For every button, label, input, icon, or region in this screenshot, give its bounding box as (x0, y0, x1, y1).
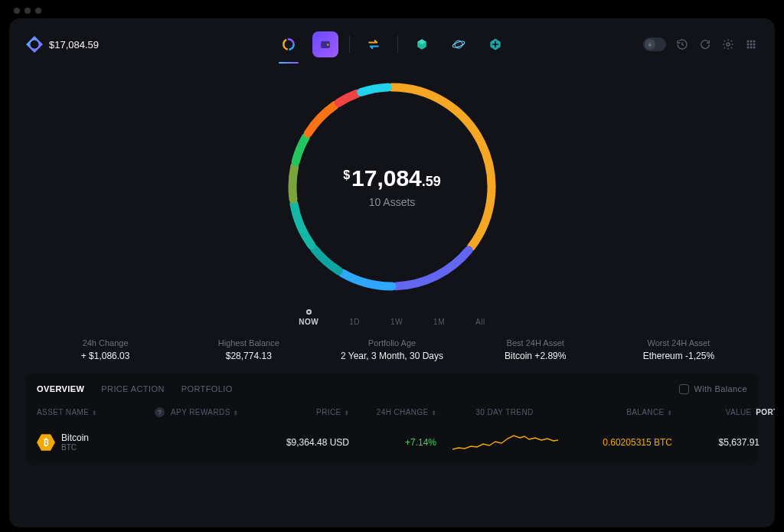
asset-name: Bitcoin (61, 433, 89, 443)
compound-icon (414, 37, 430, 52)
donut-section: $17,084.59 10 Assets NOW1D1W1MAll (26, 72, 758, 326)
time-option-now[interactable]: NOW (299, 309, 318, 326)
brand-block: $17,084.59 (26, 36, 99, 53)
svg-rect-14 (753, 41, 756, 43)
nav-portfolio[interactable] (276, 31, 302, 57)
sparkline-icon (451, 431, 558, 454)
table-tab-overview[interactable]: OVERVIEW (37, 381, 84, 397)
refresh-icon[interactable] (698, 38, 712, 51)
nav-rewards[interactable] (446, 31, 472, 57)
stat-block: 24h Change+ $1,086.03 (34, 338, 177, 361)
traffic-dot (24, 8, 31, 14)
window-traffic-lights (9, 6, 775, 18)
svg-rect-13 (750, 41, 753, 43)
col-30d-trend: 30 DAY TREND (439, 408, 570, 416)
stat-value: Bitcoin +2.89% (464, 351, 607, 361)
col-apy-rewards[interactable]: ?APY REWARDS▲▼ (155, 407, 254, 417)
stat-label: Best 24H Asset (464, 338, 607, 348)
svg-rect-12 (747, 41, 750, 43)
app-window: $17,084.59 (9, 18, 775, 527)
col-balance[interactable]: BALANCE▲▼ (573, 408, 672, 416)
sort-icon: ▲▼ (668, 410, 672, 416)
stat-value: 2 Year, 3 Month, 30 Days (320, 351, 463, 361)
table-row[interactable]: ₿ Bitcoin BTC $9,364.48 USD +7.14% 0.602… (37, 422, 747, 455)
nav-divider (349, 36, 350, 53)
time-option-1m[interactable]: 1M (433, 318, 445, 326)
nav-compound[interactable] (409, 31, 435, 57)
stat-value: $28,774.13 (177, 351, 320, 361)
stat-label: Worst 24H Asset (607, 338, 750, 348)
sort-icon: ▲▼ (92, 410, 96, 416)
currency-symbol: $ (343, 168, 350, 181)
header-balance: $17,084.59 (49, 39, 99, 51)
stat-value: + $1,086.03 (34, 351, 177, 361)
svg-rect-16 (750, 44, 753, 46)
history-icon[interactable] (675, 38, 689, 51)
table-header-row: ASSET NAME▲▼ ?APY REWARDS▲▼ PRICE▲▼ 24H … (37, 407, 747, 422)
stat-block: Worst 24H AssetEthereum -1,25% (607, 338, 750, 361)
stat-value: Ethereum -1,25% (607, 351, 750, 361)
stats-row: 24h Change+ $1,086.03Highest Balance$28,… (26, 338, 758, 372)
with-balance-label: With Balance (694, 384, 747, 393)
donut-subtitle: 10 Assets (369, 196, 416, 208)
planet-icon (451, 37, 466, 52)
change-cell: +7.14% (352, 437, 436, 448)
col-value[interactable]: VALUE▲▼ (675, 408, 760, 416)
svg-rect-15 (747, 44, 750, 46)
sort-icon: ▲▼ (345, 410, 349, 416)
time-option-label: 1M (433, 318, 445, 326)
header-bar: $17,084.59 (26, 29, 758, 60)
time-option-1d[interactable]: 1D (349, 318, 360, 326)
traffic-dot (35, 8, 41, 14)
time-option-1w[interactable]: 1W (390, 318, 403, 326)
total-minor: .59 (422, 174, 441, 189)
col-24h-change[interactable]: 24H CHANGE▲▼ (352, 408, 436, 416)
svg-rect-18 (747, 47, 750, 49)
nav-exchange[interactable] (361, 31, 387, 57)
time-option-label: 1D (349, 318, 360, 326)
header-actions (643, 38, 758, 51)
nav-apps[interactable] (482, 31, 508, 57)
time-option-label: 1W (390, 318, 403, 326)
time-dot-icon (306, 309, 312, 315)
sort-icon: ▲▼ (234, 410, 238, 416)
apps-grid-icon[interactable] (744, 38, 758, 51)
svg-rect-19 (750, 47, 753, 49)
svg-rect-17 (753, 44, 756, 46)
value-cell: $5,637.91 (675, 437, 760, 448)
svg-point-11 (727, 43, 730, 46)
donut-chart: $17,084.59 10 Assets (277, 72, 507, 302)
col-asset-name[interactable]: ASSET NAME▲▼ (37, 408, 152, 416)
wallet-icon (318, 37, 333, 52)
svg-rect-10 (648, 44, 651, 47)
help-icon: ? (155, 407, 165, 417)
assets-table-card: OVERVIEWPRICE ACTIONPORTFOLIO With Balan… (26, 374, 758, 465)
table-tab-price-action[interactable]: PRICE ACTION (101, 381, 164, 397)
hex-plus-icon (488, 37, 503, 52)
donut-icon (281, 37, 296, 52)
stat-block: Best 24H AssetBitcoin +2.89% (464, 338, 607, 361)
lock-icon (645, 39, 655, 50)
time-option-label: All (475, 318, 485, 326)
stat-label: Portfolio Age (320, 338, 463, 348)
col-portfolio-pct[interactable]: PORTFOLIO %▼ (763, 408, 775, 416)
donut-total: $17,084.59 (343, 165, 441, 191)
total-major: 17,084 (351, 165, 422, 191)
stat-block: Highest Balance$28,774.13 (177, 338, 320, 361)
price-cell: $9,364.48 USD (257, 437, 349, 448)
time-option-all[interactable]: All (475, 318, 485, 326)
balance-cell: 0.60205315 BTC (573, 437, 672, 448)
table-tab-portfolio[interactable]: PORTFOLIO (181, 381, 233, 397)
with-balance-toggle[interactable]: With Balance (679, 384, 747, 394)
app-logo-icon (26, 36, 43, 53)
col-price[interactable]: PRICE▲▼ (257, 408, 349, 416)
settings-icon[interactable] (721, 38, 735, 51)
stat-label: 24h Change (34, 338, 177, 348)
sort-icon: ▲▼ (432, 410, 436, 416)
lock-toggle[interactable] (643, 38, 666, 51)
nav-wallet[interactable] (312, 31, 338, 57)
stat-block: Portfolio Age2 Year, 3 Month, 30 Days (320, 338, 463, 361)
exchange-icon (366, 37, 381, 52)
svg-point-4 (327, 44, 328, 45)
traffic-dot (14, 8, 20, 14)
